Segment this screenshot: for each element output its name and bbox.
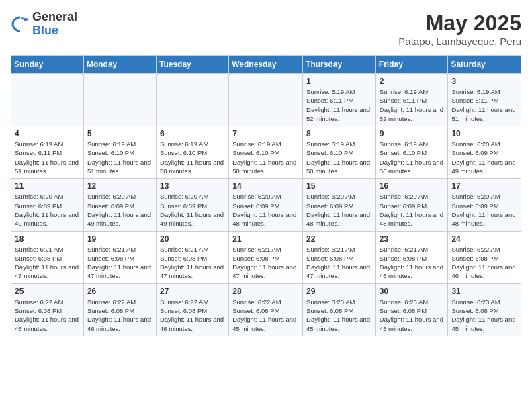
logo-text: General Blue [32,11,77,38]
calendar-cell: 17Sunrise: 6:20 AM Sunset: 6:09 PM Dayli… [448,179,521,231]
day-info: Sunrise: 6:21 AM Sunset: 6:08 PM Dayligh… [87,245,152,281]
day-number: 26 [87,287,152,296]
day-number: 28 [232,287,299,296]
day-info: Sunrise: 6:20 AM Sunset: 6:09 PM Dayligh… [232,192,299,228]
day-info: Sunrise: 6:19 AM Sunset: 6:10 PM Dayligh… [380,140,445,175]
calendar-cell: 20Sunrise: 6:21 AM Sunset: 6:08 PM Dayli… [156,231,228,283]
day-number: 15 [306,181,372,191]
calendar-cell: 27Sunrise: 6:22 AM Sunset: 6:08 PM Dayli… [156,283,228,336]
day-number: 16 [380,181,445,191]
day-number: 6 [160,129,225,138]
day-number: 9 [380,129,445,138]
calendar-cell: 1Sunrise: 6:19 AM Sunset: 6:11 PM Daylig… [303,74,376,126]
calendar-cell: 4Sunrise: 6:19 AM Sunset: 6:11 PM Daylig… [11,126,84,179]
logo-general: General [32,11,77,24]
day-info: Sunrise: 6:20 AM Sunset: 6:09 PM Dayligh… [306,192,372,228]
day-number: 12 [87,181,152,191]
day-number: 19 [87,234,152,244]
calendar-cell: 21Sunrise: 6:21 AM Sunset: 6:08 PM Dayli… [229,231,303,283]
day-number: 23 [380,234,445,244]
day-of-week-header: Wednesday [229,56,303,74]
day-info: Sunrise: 6:20 AM Sunset: 6:09 PM Dayligh… [15,192,80,228]
calendar-cell: 12Sunrise: 6:20 AM Sunset: 6:09 PM Dayli… [83,179,156,231]
day-info: Sunrise: 6:19 AM Sunset: 6:11 PM Dayligh… [380,87,445,123]
day-number: 29 [306,287,372,296]
day-number: 20 [160,234,225,244]
day-number: 22 [306,234,372,244]
day-number: 27 [160,287,225,296]
logo-icon [11,15,30,34]
day-number: 11 [15,181,80,191]
calendar-cell: 3Sunrise: 6:19 AM Sunset: 6:11 PM Daylig… [448,74,521,126]
day-info: Sunrise: 6:21 AM Sunset: 6:08 PM Dayligh… [15,245,80,281]
calendar-cell [11,74,84,126]
day-info: Sunrise: 6:21 AM Sunset: 6:08 PM Dayligh… [232,245,299,281]
calendar-cell: 22Sunrise: 6:21 AM Sunset: 6:08 PM Dayli… [303,231,376,283]
calendar-cell: 18Sunrise: 6:21 AM Sunset: 6:08 PM Dayli… [11,231,84,283]
month-title: May 2025 [398,11,521,36]
calendar-cell: 2Sunrise: 6:19 AM Sunset: 6:11 PM Daylig… [375,74,448,126]
calendar-cell: 13Sunrise: 6:20 AM Sunset: 6:09 PM Dayli… [156,179,228,231]
calendar-cell: 26Sunrise: 6:22 AM Sunset: 6:08 PM Dayli… [83,283,156,336]
day-number: 7 [232,129,299,138]
title-block: May 2025 Patapo, Lambayeque, Peru [398,11,521,47]
calendar-week-row: 11Sunrise: 6:20 AM Sunset: 6:09 PM Dayli… [11,179,521,231]
day-info: Sunrise: 6:21 AM Sunset: 6:08 PM Dayligh… [160,245,225,281]
day-info: Sunrise: 6:19 AM Sunset: 6:10 PM Dayligh… [232,140,299,175]
calendar-cell: 9Sunrise: 6:19 AM Sunset: 6:10 PM Daylig… [375,126,448,179]
day-info: Sunrise: 6:21 AM Sunset: 6:08 PM Dayligh… [306,245,372,281]
calendar-cell: 5Sunrise: 6:19 AM Sunset: 6:10 PM Daylig… [83,126,156,179]
calendar-header-row: SundayMondayTuesdayWednesdayThursdayFrid… [11,56,521,74]
day-of-week-header: Thursday [303,56,376,74]
day-of-week-header: Tuesday [156,56,228,74]
day-of-week-header: Friday [375,56,448,74]
calendar-cell: 7Sunrise: 6:19 AM Sunset: 6:10 PM Daylig… [229,126,303,179]
calendar-cell: 30Sunrise: 6:23 AM Sunset: 6:08 PM Dayli… [375,283,448,336]
day-info: Sunrise: 6:23 AM Sunset: 6:08 PM Dayligh… [306,298,372,333]
day-info: Sunrise: 6:22 AM Sunset: 6:08 PM Dayligh… [160,298,225,333]
day-of-week-header: Monday [83,56,156,74]
day-number: 30 [380,287,445,296]
day-info: Sunrise: 6:20 AM Sunset: 6:09 PM Dayligh… [451,140,517,175]
calendar-cell: 8Sunrise: 6:19 AM Sunset: 6:10 PM Daylig… [303,126,376,179]
day-number: 25 [15,287,80,296]
calendar-cell: 16Sunrise: 6:20 AM Sunset: 6:09 PM Dayli… [375,179,448,231]
calendar-week-row: 18Sunrise: 6:21 AM Sunset: 6:08 PM Dayli… [11,231,521,283]
day-number: 4 [15,129,80,138]
calendar-cell: 28Sunrise: 6:22 AM Sunset: 6:08 PM Dayli… [229,283,303,336]
day-info: Sunrise: 6:19 AM Sunset: 6:10 PM Dayligh… [87,140,152,175]
day-number: 2 [380,77,445,86]
day-info: Sunrise: 6:19 AM Sunset: 6:11 PM Dayligh… [451,87,517,123]
calendar-cell: 19Sunrise: 6:21 AM Sunset: 6:08 PM Dayli… [83,231,156,283]
calendar-week-row: 25Sunrise: 6:22 AM Sunset: 6:08 PM Dayli… [11,283,521,336]
calendar-week-row: 1Sunrise: 6:19 AM Sunset: 6:11 PM Daylig… [11,74,521,126]
calendar-cell: 31Sunrise: 6:23 AM Sunset: 6:08 PM Dayli… [448,283,521,336]
logo: General Blue [11,11,77,38]
day-number: 13 [160,181,225,191]
day-info: Sunrise: 6:19 AM Sunset: 6:11 PM Dayligh… [306,87,372,123]
day-number: 10 [451,129,517,138]
day-info: Sunrise: 6:21 AM Sunset: 6:08 PM Dayligh… [380,245,445,281]
day-of-week-header: Saturday [448,56,521,74]
day-number: 18 [15,234,80,244]
calendar-cell: 25Sunrise: 6:22 AM Sunset: 6:08 PM Dayli… [11,283,84,336]
day-info: Sunrise: 6:20 AM Sunset: 6:09 PM Dayligh… [380,192,445,228]
calendar-week-row: 4Sunrise: 6:19 AM Sunset: 6:11 PM Daylig… [11,126,521,179]
day-number: 31 [451,287,517,296]
calendar-cell: 15Sunrise: 6:20 AM Sunset: 6:09 PM Dayli… [303,179,376,231]
day-info: Sunrise: 6:23 AM Sunset: 6:08 PM Dayligh… [451,298,517,333]
day-info: Sunrise: 6:22 AM Sunset: 6:08 PM Dayligh… [87,298,152,333]
calendar-cell: 24Sunrise: 6:22 AM Sunset: 6:08 PM Dayli… [448,231,521,283]
day-info: Sunrise: 6:22 AM Sunset: 6:08 PM Dayligh… [232,298,299,333]
day-info: Sunrise: 6:20 AM Sunset: 6:09 PM Dayligh… [160,192,225,228]
day-number: 24 [451,234,517,244]
location-subtitle: Patapo, Lambayeque, Peru [398,36,521,47]
day-info: Sunrise: 6:22 AM Sunset: 6:08 PM Dayligh… [15,298,80,333]
calendar-cell [156,74,228,126]
calendar-cell: 11Sunrise: 6:20 AM Sunset: 6:09 PM Dayli… [11,179,84,231]
day-number: 1 [306,77,372,86]
day-info: Sunrise: 6:22 AM Sunset: 6:08 PM Dayligh… [451,245,517,281]
calendar-cell: 23Sunrise: 6:21 AM Sunset: 6:08 PM Dayli… [375,231,448,283]
calendar-cell: 10Sunrise: 6:20 AM Sunset: 6:09 PM Dayli… [448,126,521,179]
calendar-cell [83,74,156,126]
